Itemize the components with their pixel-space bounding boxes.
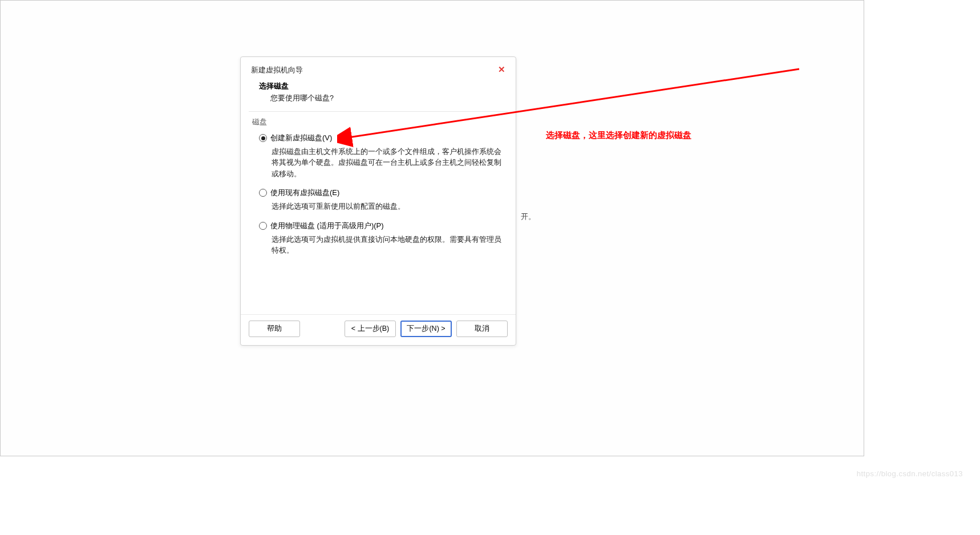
option-desc: 虚拟磁盘由主机文件系统上的一个或多个文件组成，客户机操作系统会将其视为单个硬盘。… xyxy=(272,147,505,180)
dialog-subtitle: 选择磁盘 xyxy=(259,81,505,91)
group-label-disk: 磁盘 xyxy=(252,117,505,127)
option-use-existing-disk[interactable]: 使用现有虚拟磁盘(E) 选择此选项可重新使用以前配置的磁盘。 xyxy=(251,188,505,212)
option-use-physical-disk[interactable]: 使用物理磁盘 (适用于高级用户)(P) 选择此选项可为虚拟机提供直接访问本地硬盘… xyxy=(251,221,505,257)
option-desc: 选择此选项可为虚拟机提供直接访问本地硬盘的权限。需要具有管理员特权。 xyxy=(272,234,505,257)
radio-use-physical-disk[interactable] xyxy=(259,222,267,230)
option-label: 使用物理磁盘 (适用于高级用户)(P) xyxy=(270,221,384,231)
option-create-new-disk[interactable]: 创建新虚拟磁盘(V) 虚拟磁盘由主机文件系统上的一个或多个文件组成，客户机操作系… xyxy=(251,133,505,180)
background-text-fragment: 开。 xyxy=(521,212,536,222)
option-label: 使用现有虚拟磁盘(E) xyxy=(270,188,339,198)
help-button[interactable]: 帮助 xyxy=(249,321,300,337)
radio-create-new-disk[interactable] xyxy=(259,134,267,142)
dialog-subtitle-block: 选择磁盘 您要使用哪个磁盘? xyxy=(241,78,516,111)
next-button[interactable]: 下一步(N) > xyxy=(400,321,452,337)
cancel-button[interactable]: 取消 xyxy=(456,321,508,337)
dialog-footer: 帮助 < 上一步(B) 下一步(N) > 取消 xyxy=(241,314,516,345)
new-vm-wizard-dialog: 新建虚拟机向导 ✕ 选择磁盘 您要使用哪个磁盘? 磁盘 创建新虚拟磁盘(V) 虚… xyxy=(240,56,516,346)
page-frame: 开。 新建虚拟机向导 ✕ 选择磁盘 您要使用哪个磁盘? 磁盘 创建新虚拟磁盘(V… xyxy=(0,0,864,456)
radio-use-existing-disk[interactable] xyxy=(259,189,267,197)
back-button[interactable]: < 上一步(B) xyxy=(345,321,396,337)
dialog-header: 新建虚拟机向导 ✕ xyxy=(241,57,516,78)
option-label: 创建新虚拟磁盘(V) xyxy=(270,133,332,143)
dialog-subtitle-desc: 您要使用哪个磁盘? xyxy=(270,94,505,103)
watermark-text: https://blog.csdn.net/class013 xyxy=(857,469,963,478)
annotation-text: 选择磁盘，这里选择创建新的虚拟磁盘 xyxy=(546,130,691,141)
close-icon[interactable]: ✕ xyxy=(498,65,505,74)
option-desc: 选择此选项可重新使用以前配置的磁盘。 xyxy=(272,201,505,212)
dialog-title: 新建虚拟机向导 xyxy=(251,65,303,75)
dialog-body: 磁盘 创建新虚拟磁盘(V) 虚拟磁盘由主机文件系统上的一个或多个文件组成，客户机… xyxy=(241,112,516,314)
